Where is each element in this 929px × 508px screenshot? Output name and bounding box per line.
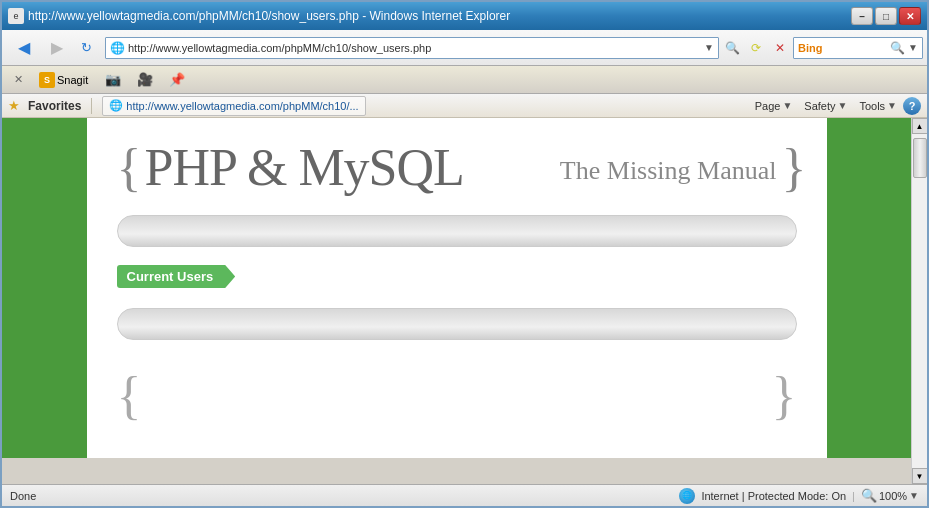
stop-icon: ✕ [775, 41, 785, 55]
internet-icon: 🌐 [679, 488, 695, 504]
status-right: 🌐 Internet | Protected Mode: On | 🔍 100%… [679, 488, 919, 504]
favorites-url-text: http://www.yellowtagmedia.com/phpMM/ch10… [126, 100, 358, 112]
status-left: Done [10, 490, 36, 502]
viewport-area: { PHP & MySQL The Missing Manual } [2, 118, 927, 484]
browser-window: e http://www.yellowtagmedia.com/phpMM/ch… [0, 0, 929, 508]
scroll-thumb[interactable] [913, 138, 927, 178]
search-pill-bottom[interactable] [117, 308, 797, 340]
status-divider: | [852, 490, 855, 502]
snagit-close-button[interactable]: ✕ [8, 67, 28, 93]
page-menu-button[interactable]: Page ▼ [749, 95, 799, 117]
address-url: http://www.yellowtagmedia.com/phpMM/ch10… [128, 42, 701, 54]
favorites-bar: ★ Favorites 🌐 http://www.yellowtagmedia.… [2, 94, 927, 118]
page-content-area: { PHP & MySQL The Missing Manual } [2, 118, 911, 484]
video-icon: 🎥 [137, 72, 153, 87]
footer-brace-right: } [772, 370, 797, 422]
safety-chevron-icon: ▼ [838, 100, 848, 111]
address-bar[interactable]: 🌐 http://www.yellowtagmedia.com/phpMM/ch… [105, 37, 719, 59]
zoom-icon: 🔍 [861, 488, 877, 503]
snagit-camera-button[interactable]: 📷 [99, 67, 127, 93]
scroll-down-button[interactable]: ▼ [912, 468, 928, 484]
window-title: http://www.yellowtagmedia.com/phpMM/ch10… [28, 9, 510, 23]
tools-menu-button[interactable]: Tools ▼ [853, 95, 903, 117]
site-wrapper: { PHP & MySQL The Missing Manual } [2, 118, 911, 458]
page-label: Page [755, 100, 781, 112]
snagit-video-button[interactable]: 🎥 [131, 67, 159, 93]
refresh-icon: ↻ [81, 40, 92, 55]
zoom-chevron-icon: ▼ [909, 490, 919, 501]
close-button[interactable]: ✕ [899, 7, 921, 25]
window-controls: – □ ✕ [851, 7, 921, 25]
search-pill-top[interactable] [117, 215, 797, 247]
help-button[interactable]: ? [903, 97, 921, 115]
status-bar: Done 🌐 Internet | Protected Mode: On | 🔍… [2, 484, 927, 506]
scroll-up-button[interactable]: ▲ [912, 118, 928, 134]
current-users-text: Current Users [127, 269, 214, 284]
maximize-button[interactable]: □ [875, 7, 897, 25]
pin-icon: 📌 [169, 72, 185, 87]
internet-status-text: Internet | Protected Mode: On [701, 490, 846, 502]
address-dropdown-icon[interactable]: ▼ [704, 42, 714, 53]
site-content: { PHP & MySQL The Missing Manual } [87, 118, 827, 458]
scrollbar[interactable]: ▲ ▼ [911, 118, 927, 484]
tools-label: Tools [859, 100, 885, 112]
forward-arrow-icon: ▶ [51, 38, 63, 57]
search-chevron-icon[interactable]: ▼ [908, 42, 918, 53]
search-go-button[interactable]: 🔍 [721, 35, 743, 61]
search-icon: 🔍 [890, 41, 905, 55]
stop-button[interactable]: ✕ [769, 35, 791, 61]
current-users-badge: Current Users [117, 265, 797, 288]
back-button[interactable]: ◀ [6, 35, 42, 61]
refresh-alt-icon: ⟳ [751, 41, 761, 55]
title-bar-content: e http://www.yellowtagmedia.com/phpMM/ch… [8, 8, 510, 24]
header-subtitle: The Missing Manual [560, 156, 777, 186]
snagit-label: Snagit [57, 74, 88, 86]
magnifier-icon: 🔍 [725, 41, 740, 55]
snagit-toolbar-button[interactable]: S Snagit [32, 69, 95, 91]
minimize-button[interactable]: – [851, 7, 873, 25]
favorites-label[interactable]: Favorites [28, 99, 81, 113]
zoom-control[interactable]: 🔍 100% ▼ [861, 488, 919, 503]
site-body: Current Users [87, 255, 827, 298]
header-brace-open: { [117, 138, 141, 197]
back-arrow-icon: ◀ [18, 38, 30, 57]
ie-logo-icon: e [8, 8, 24, 24]
status-done-text: Done [10, 490, 36, 502]
header-title: PHP & MySQL [144, 138, 463, 197]
header-brace-close: } [782, 138, 807, 197]
close-x-icon: ✕ [14, 73, 23, 86]
navigation-bar: ◀ ▶ ↻ 🌐 http://www.yellowtagmedia.com/ph… [2, 30, 927, 66]
snagit-toolbar: ✕ S Snagit 📷 🎥 📌 [2, 66, 927, 94]
refresh-button[interactable]: ↻ [72, 35, 100, 61]
snagit-icon: S [39, 72, 55, 88]
ie-tab-icon: 🌐 [109, 99, 123, 112]
safety-menu-button[interactable]: Safety ▼ [798, 95, 853, 117]
favorites-divider [91, 98, 92, 114]
favorites-star-icon: ★ [8, 98, 20, 113]
refresh-alt-button[interactable]: ⟳ [745, 35, 767, 61]
page-chevron-icon: ▼ [782, 100, 792, 111]
favorites-current-tab[interactable]: 🌐 http://www.yellowtagmedia.com/phpMM/ch… [102, 96, 365, 116]
zoom-level: 100% [879, 490, 907, 502]
footer-brace-left: { [117, 370, 142, 422]
title-bar: e http://www.yellowtagmedia.com/phpMM/ch… [2, 2, 927, 30]
address-bar-icon: 🌐 [110, 41, 125, 55]
safety-label: Safety [804, 100, 835, 112]
camera-icon: 📷 [105, 72, 121, 87]
forward-button[interactable]: ▶ [44, 35, 70, 61]
scroll-track[interactable] [912, 134, 928, 468]
site-footer: { } [87, 360, 827, 442]
toolbar-menu-row: Page ▼ Safety ▼ Tools ▼ ? [749, 95, 921, 117]
bing-logo: Bing [798, 42, 822, 54]
tools-chevron-icon: ▼ [887, 100, 897, 111]
bing-search-box[interactable]: Bing 🔍 ▼ [793, 37, 923, 59]
snagit-pin-button[interactable]: 📌 [163, 67, 191, 93]
site-header: { PHP & MySQL The Missing Manual } [87, 118, 827, 207]
